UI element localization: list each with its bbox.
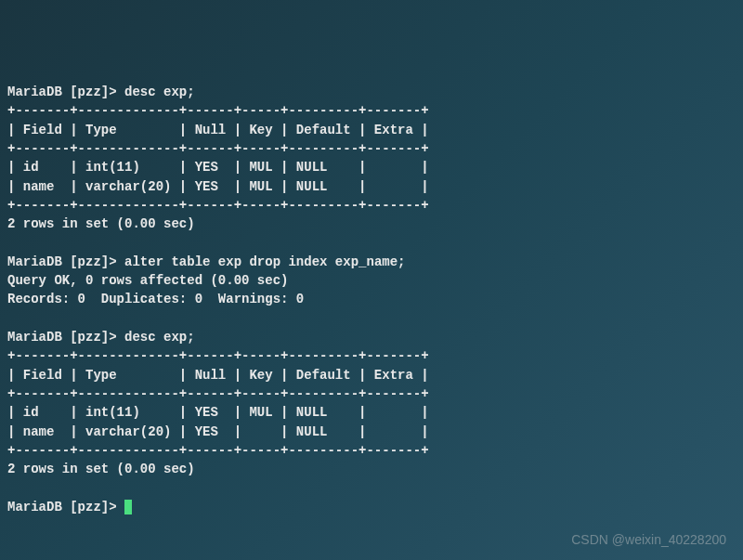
table1-border-top: +-------+-------------+------+-----+----… [7, 103, 429, 118]
table2-header: | Field | Type | Null | Key | Default | … [7, 368, 429, 383]
command-3: desc exp; [124, 330, 195, 345]
table1-row-id: | id | int(11) | YES | MUL | NULL | | [7, 160, 429, 175]
table2-border-bot: +-------+-------------+------+-----+----… [7, 443, 429, 458]
table1-border-mid: +-------+-------------+------+-----+----… [7, 141, 429, 156]
table2-row-name: | name | varchar(20) | YES | | NULL | | [7, 424, 429, 439]
command-2: alter table exp drop index exp_name; [124, 254, 405, 269]
watermark-text: CSDN @weixin_40228200 [571, 530, 726, 549]
table1-border-bot: +-------+-------------+------+-----+----… [7, 198, 429, 213]
cursor-icon [124, 500, 132, 514]
command-1: desc exp; [124, 85, 195, 99]
prompt: MariaDB [pzz]> [7, 254, 124, 269]
result-3: 2 rows in set (0.00 sec) [7, 462, 195, 476]
table2-border-top: +-------+-------------+------+-----+----… [7, 348, 429, 363]
table1-row-name: | name | varchar(20) | YES | MUL | NULL … [7, 179, 429, 194]
table2-border-mid: +-------+-------------+------+-----+----… [7, 386, 429, 401]
prompt: MariaDB [pzz]> [7, 85, 124, 99]
table2-row-id: | id | int(11) | YES | MUL | NULL | | [7, 405, 429, 420]
terminal-output[interactable]: MariaDB [pzz]> desc exp; +-------+------… [7, 83, 736, 516]
result-1: 2 rows in set (0.00 sec) [7, 216, 195, 231]
table1-header: | Field | Type | Null | Key | Default | … [7, 123, 429, 137]
prompt: MariaDB [pzz]> [7, 500, 124, 514]
result-2a: Query OK, 0 rows affected (0.00 sec) [7, 273, 288, 288]
result-2b: Records: 0 Duplicates: 0 Warnings: 0 [7, 292, 304, 306]
prompt: MariaDB [pzz]> [7, 330, 124, 345]
